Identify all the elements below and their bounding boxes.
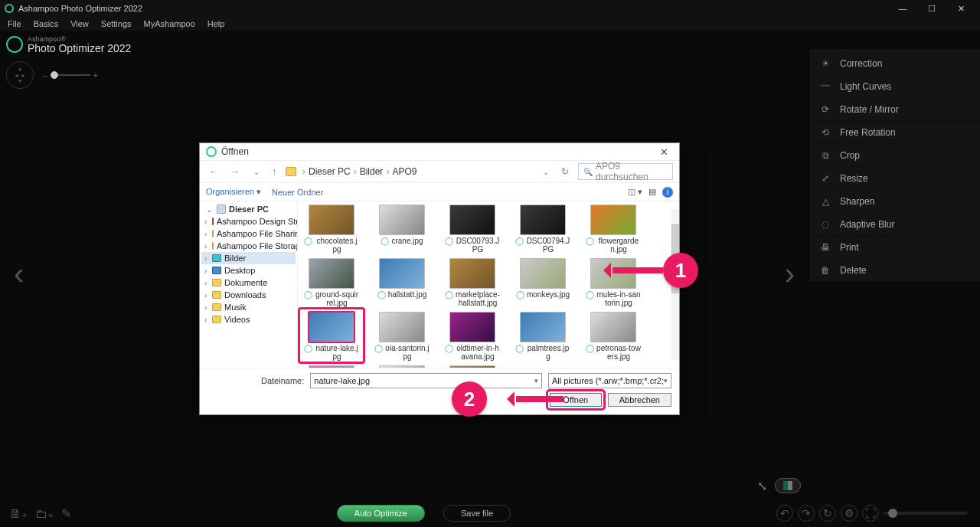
tree-item[interactable]: Ashampoo Design Stu — [201, 215, 296, 227]
file-name: crane.jpg — [391, 237, 423, 245]
nav-up-button[interactable]: ↑ — [269, 166, 279, 177]
file-item[interactable]: ◯seals.jpg — [374, 365, 430, 368]
zoom-minus-icon[interactable]: – — [43, 70, 47, 80]
tree-item[interactable]: Ashampoo File Storag — [201, 240, 296, 252]
file-item[interactable]: ◯hallstatt.jpg — [374, 258, 430, 307]
breadcrumb[interactable]: › Dieser PC › Bilder › APO9 — [286, 166, 416, 177]
add-folder-icon[interactable]: 🗀₊ — [35, 506, 54, 521]
file-thumbnail — [449, 312, 495, 342]
zoom-plus-icon[interactable]: + — [93, 70, 98, 80]
breadcrumb-dropdown[interactable]: ⌄ — [540, 168, 552, 176]
cancel-button[interactable]: Abbrechen — [608, 393, 671, 407]
tool-rotate[interactable]: ⟳Rotate / Mirror — [809, 98, 980, 121]
nav-recent-button[interactable]: ⌄ — [250, 168, 263, 176]
auto-optimize-button[interactable]: Auto Optimize — [337, 505, 425, 522]
next-image-button[interactable]: › — [785, 257, 795, 291]
file-item[interactable]: ◯flowergarden.jpg — [586, 205, 641, 254]
window-maximize-button[interactable]: ☐ — [917, 0, 946, 17]
menu-file[interactable]: File — [3, 19, 26, 28]
menu-settings[interactable]: Settings — [96, 19, 136, 28]
tree-item[interactable]: Dokumente — [201, 277, 296, 289]
history-button[interactable]: ↻ — [819, 505, 836, 522]
tree-item[interactable]: Downloads — [201, 289, 296, 301]
menu-view[interactable]: View — [66, 19, 93, 28]
collapse-icon[interactable]: ⤡ — [757, 479, 767, 493]
dialog-close-button[interactable]: ✕ — [655, 146, 673, 158]
tree-root[interactable]: Dieser PC — [201, 205, 296, 214]
menu-help[interactable]: Help — [203, 19, 230, 28]
file-thumbnail — [379, 258, 425, 289]
file-item[interactable]: ◯oia-santorin.jpg — [374, 312, 430, 361]
file-item[interactable]: ◯marketplace-hallstatt.jpg — [445, 258, 500, 307]
menu-myashampoo[interactable]: MyAshampoo — [139, 19, 200, 28]
view-mode-button[interactable]: ◫ ▾ — [628, 187, 642, 197]
tree-item[interactable]: Bilder — [201, 252, 296, 264]
pan-joystick[interactable] — [6, 61, 34, 89]
breadcrumb-segment[interactable]: APO9 — [392, 166, 416, 177]
tree-item-label: Ashampoo Design Stu — [217, 217, 298, 226]
toolbar-new-folder[interactable]: Neuer Ordner — [272, 188, 323, 197]
prev-image-button[interactable]: ‹ — [14, 257, 24, 291]
file-item[interactable]: ◯nature-lake.jpg — [304, 312, 359, 361]
save-file-button[interactable]: Save file — [443, 505, 511, 522]
file-item[interactable]: ◯DSC00794.JPG — [515, 205, 570, 254]
filetype-filter[interactable]: All pictures (*.arw;*.bmp;*.cr2;▾ — [548, 373, 671, 388]
file-item[interactable]: ◯smiling-face.jpg — [445, 365, 500, 368]
zoom-slider-small[interactable]: – + — [43, 70, 98, 80]
file-item[interactable]: ◯crane.jpg — [374, 205, 430, 254]
tool-crop[interactable]: ⧉Crop — [809, 144, 980, 167]
dialog-title: Öffnen — [221, 146, 249, 157]
file-sync-icon: ◯ — [515, 344, 524, 352]
compare-toggle[interactable] — [775, 478, 801, 493]
window-minimize-button[interactable]: — — [888, 0, 917, 17]
tree-item[interactable]: Ashampoo File Sharin — [201, 227, 296, 240]
fit-button[interactable]: ⛶ — [862, 505, 879, 522]
tree-item-label: Dokumente — [224, 278, 267, 287]
file-item[interactable]: ◯petronas-towers.jpg — [586, 312, 641, 361]
tree-item[interactable]: Desktop — [201, 264, 296, 277]
nav-refresh-button[interactable]: ↻ — [558, 166, 572, 177]
tool-free-rot[interactable]: ⟲Free Rotation — [809, 121, 980, 144]
settings-gear-icon[interactable]: ⚙ — [841, 505, 858, 522]
add-image-icon[interactable]: 🗎₊ — [9, 506, 28, 521]
tool-delete[interactable]: 🗑Delete — [809, 259, 980, 282]
dialog-search-input[interactable]: APO9 durchsuchen — [578, 163, 673, 180]
tool-curve[interactable]: 〰Light Curves — [809, 75, 980, 98]
undo-button[interactable]: ↶ — [776, 505, 793, 522]
breadcrumb-segment[interactable]: Dieser PC — [309, 166, 351, 177]
file-item[interactable]: ◯ground-squirrel.jpg — [304, 258, 359, 307]
breadcrumb-segment[interactable]: Bilder — [360, 166, 384, 177]
tree-item[interactable]: Videos — [201, 313, 296, 326]
tool-print[interactable]: 🖶Print — [809, 236, 980, 259]
tool-label: Light Curves — [840, 81, 891, 92]
tool-sharpen[interactable]: △Sharpen — [809, 190, 980, 213]
file-item[interactable]: ◯oldtimer-in-havana.jpg — [445, 312, 500, 361]
nav-back-button[interactable]: ← — [206, 166, 221, 177]
tool-blur[interactable]: ◌Adaptive Blur — [809, 213, 980, 236]
file-sync-icon: ◯ — [377, 290, 386, 299]
zoom-slider[interactable] — [884, 512, 968, 515]
file-item[interactable]: ◯DSC00793.JPG — [445, 205, 500, 254]
folder-icon — [212, 316, 221, 323]
window-close-button[interactable]: ✕ — [946, 0, 975, 17]
brush-icon[interactable]: ✎ — [61, 506, 71, 521]
file-item[interactable]: ◯palmtrees.jpg — [515, 312, 570, 361]
tool-resize[interactable]: ⤢Resize — [809, 167, 980, 190]
help-info-button[interactable]: i — [662, 187, 673, 198]
tool-sun[interactable]: ☀Correction — [809, 52, 980, 75]
file-item[interactable]: ◯pink-facade.jpg — [304, 365, 359, 368]
redo-button[interactable]: ↷ — [798, 505, 815, 522]
tool-label: Adaptive Blur — [840, 219, 894, 230]
file-thumbnail — [309, 312, 354, 342]
filename-input[interactable]: nature-lake.jpg▾ — [310, 373, 542, 388]
free-rot-icon: ⟲ — [818, 126, 832, 139]
preview-pane-button[interactable]: ▤ — [648, 187, 656, 197]
file-item[interactable]: ◯monkeys.jpg — [515, 258, 570, 307]
menu-basics[interactable]: Basics — [29, 19, 63, 28]
toolbar-organize-menu[interactable]: Organisieren ▾ — [206, 187, 261, 197]
file-item[interactable]: ◯mules-in-santorin.jpg — [586, 258, 641, 307]
nav-forward-button[interactable]: → — [227, 166, 243, 177]
tree-item-label: Downloads — [224, 290, 266, 300]
file-item[interactable]: ◯chocolates.jpg — [304, 205, 359, 254]
tree-item[interactable]: Musik — [201, 301, 296, 313]
